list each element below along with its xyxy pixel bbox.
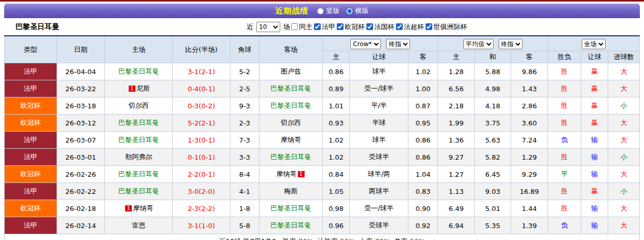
footer-stat-value: 50% <box>410 237 425 240</box>
date-cell: 26-02-18 <box>57 200 105 217</box>
asian-handicap: 受一/球半 <box>350 200 408 217</box>
asian-odds-header-group: Crow* 终指 <box>322 37 437 51</box>
asian-home-odds: 0.98 <box>322 200 349 217</box>
rank-badge: 1 <box>125 205 132 211</box>
euro-draw-odds: 5.01 <box>474 200 511 217</box>
competition-cell: 法甲 <box>5 63 57 80</box>
scope-select[interactable]: 全场 <box>582 39 606 49</box>
filter-option[interactable]: 世俱洲际杯 <box>426 22 467 32</box>
team-name[interactable]: 巴黎圣日耳曼 <box>271 84 311 92</box>
score-cell: 0-4(0-1) <box>173 80 230 97</box>
footer-stat-value: 70% <box>375 237 390 240</box>
asian-home-odds: 0.89 <box>322 80 349 97</box>
goals-cell: 大 <box>608 166 640 183</box>
euro-home-odds: 6.49 <box>438 200 474 217</box>
matches-label: 场 <box>283 22 290 32</box>
filter-checkbox[interactable] <box>396 23 403 30</box>
team-name[interactable]: 切尔西 <box>129 102 149 109</box>
table-foot: 近10场,胜7平1负2,胜率:70%让胜率:50%大率:70%单率:50% <box>5 234 640 240</box>
goals-cell: 小 <box>608 97 640 115</box>
away-team-cell: 摩纳哥1 <box>259 166 323 183</box>
asian-handicap: 两球半 <box>350 183 408 200</box>
filter-option[interactable]: 法甲 <box>314 22 335 32</box>
asian-away-odds: 1.02 <box>408 63 437 80</box>
footer-row: 近10场,胜7平1负2,胜率:70%让胜率:50%大率:70%单率:50% <box>5 234 640 240</box>
filter-option[interactable]: 同主 <box>291 22 312 32</box>
footer-stat-label: 大率: <box>359 237 375 240</box>
competition-cell: 欧冠杯 <box>5 166 57 183</box>
team-name[interactable]: 巴黎圣日耳曼 <box>118 136 159 144</box>
filter-checkbox[interactable] <box>366 23 373 30</box>
team-name[interactable]: 巴黎圣日耳曼 <box>271 153 311 161</box>
filter-option[interactable]: 欧冠杯 <box>337 22 365 32</box>
goals-cell: 小 <box>608 183 640 200</box>
corner-cell: 4-1 <box>230 183 259 200</box>
euro-home-odds: 2.18 <box>438 97 474 115</box>
euro-home-odds: 6.94 <box>438 217 474 234</box>
euro-time-select[interactable]: 终指 <box>499 39 523 49</box>
handicap-result-cell: 赢 <box>581 115 608 132</box>
goals-cell: 小 <box>608 149 640 166</box>
result-cell: 胜 <box>547 97 581 115</box>
col-header-corner: 角球 <box>230 37 259 63</box>
euro-away-odds: 1.29 <box>511 149 547 166</box>
layout-radio[interactable] <box>346 8 353 15</box>
team-name[interactable]: 图卢兹 <box>281 67 301 75</box>
euro-home-odds: 1.27 <box>438 166 474 183</box>
col-header-away: 客场 <box>259 37 323 63</box>
team-name[interactable]: 巴黎圣日耳曼 <box>118 119 159 126</box>
rank-badge: 1 <box>129 86 135 92</box>
team-name[interactable]: 摩纳哥 <box>277 170 297 178</box>
result-cell: 负 <box>547 217 581 234</box>
euro-draw-odds: 5.82 <box>474 149 511 166</box>
team-name[interactable]: 巴黎圣日耳曼 <box>271 102 311 109</box>
team-name[interactable]: 巴黎圣日耳曼 <box>271 221 311 229</box>
fulltime-header-group: 全场 <box>547 37 639 51</box>
layout-option[interactable]: 竖版 <box>317 6 340 16</box>
team-name[interactable]: 勒阿弗尔 <box>125 153 152 161</box>
goals-cell: 大 <box>608 63 640 80</box>
filter-checkbox[interactable] <box>314 23 321 30</box>
team-name[interactable]: 巴黎圣日耳曼 <box>118 67 159 75</box>
asian-handicap: 受一/球半 <box>350 80 408 97</box>
home-team-cell: 勒阿弗尔 <box>105 149 173 166</box>
team-name[interactable]: 巴黎圣日耳曼 <box>118 170 159 178</box>
team-name[interactable]: 巴黎圣日耳曼 <box>118 187 159 195</box>
euro-source-select[interactable]: 平均值 <box>463 39 494 49</box>
table-row: 欧冠杯26-02-181摩纳哥2-3(2-2)1-8巴黎圣日耳曼0.98受一/球… <box>5 200 640 217</box>
team-name[interactable]: 梅斯 <box>284 187 298 195</box>
home-team-cell: 雷恩 <box>105 217 173 234</box>
team-name[interactable]: 巴黎圣日耳曼 <box>271 204 311 212</box>
home-team-cell: 巴黎圣日耳曼 <box>105 166 173 183</box>
team-name[interactable]: 摩纳哥 <box>133 204 153 212</box>
euro-away-odds: 1.43 <box>511 80 547 97</box>
asian-handicap: 平/半 <box>350 97 408 115</box>
team-name[interactable]: 切尔西 <box>281 119 301 126</box>
layout-radio[interactable] <box>317 8 324 15</box>
away-team-cell: 图卢兹 <box>259 63 323 80</box>
asian-source-select[interactable]: Crow* <box>350 39 381 49</box>
asian-handicap: 受球半 <box>350 149 408 166</box>
asian-home-odds: 1.01 <box>322 97 349 115</box>
filter-option[interactable]: 法超杯 <box>396 22 424 32</box>
corner-cell: 8-4 <box>230 166 259 183</box>
team-name[interactable]: 雷恩 <box>132 221 145 229</box>
layout-radio-label: 竖版 <box>326 6 340 16</box>
home-team-cell: 1尼斯 <box>105 80 173 97</box>
filter-option[interactable]: 法国杯 <box>366 22 394 32</box>
layout-option[interactable]: 横版 <box>346 6 369 16</box>
corner-cell: 1-8 <box>230 200 259 217</box>
footer-stat-value: 50% <box>340 237 355 240</box>
col-header-handicap-result: 让球 <box>581 51 608 63</box>
asian-away-odds: 0.92 <box>408 217 437 234</box>
asian-home-odds: 1.02 <box>322 132 349 149</box>
team-name[interactable]: 尼斯 <box>136 84 150 92</box>
recent-count-select[interactable]: 10 <box>256 22 280 32</box>
asian-time-select[interactable]: 终指 <box>386 39 410 49</box>
filter-checkbox[interactable] <box>337 23 344 30</box>
filter-checkbox[interactable] <box>426 23 432 30</box>
filter-checkbox[interactable] <box>291 23 298 30</box>
date-cell: 26-03-18 <box>57 97 105 115</box>
team-name[interactable]: 摩纳哥 <box>281 136 301 144</box>
score-cell: 3-0(2-0) <box>173 183 230 200</box>
